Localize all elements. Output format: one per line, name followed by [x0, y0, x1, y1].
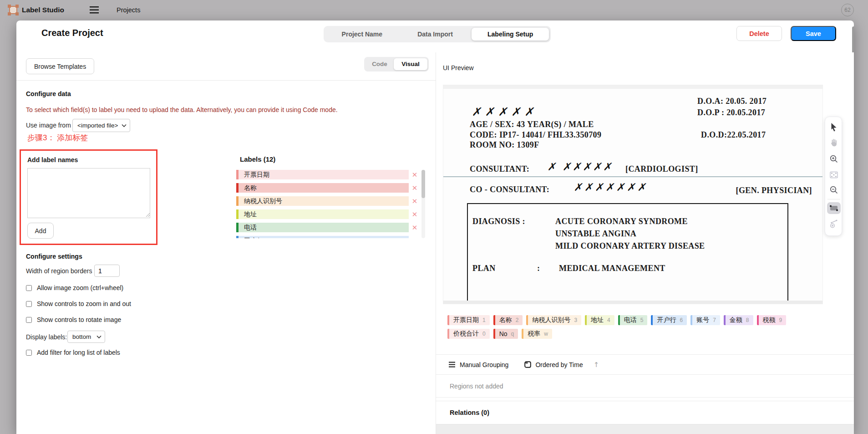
relation-tool-icon[interactable]: [829, 219, 839, 229]
manual-grouping-icon[interactable]: [449, 362, 456, 368]
doc-room: ROOM NO: 1309F: [470, 140, 539, 150]
checkbox-row: Add filter for long list of labels: [26, 349, 120, 356]
doc-co-consultant-title: [GEN. PHYSICIAN]: [736, 186, 812, 195]
co-consultant-name-scribble: ✗✗✗✗✗✗✗: [573, 181, 650, 193]
delete-label-icon[interactable]: ✕: [409, 237, 421, 239]
chip-text: 地址: [591, 316, 604, 324]
relations-heading: Relations (0): [436, 401, 854, 424]
annotation-image-canvas[interactable]: ✗✗✗✗✗ D.O.A: 20.05. 2017 D.O.P : 20.05.2…: [443, 85, 823, 304]
tab-project-name[interactable]: Project Name: [325, 28, 399, 41]
doc-co-consultant-label: CO - CONSULTANT:: [470, 185, 549, 194]
label-chip[interactable]: 纳税人识别号3: [526, 315, 581, 325]
label-row: 电话 ✕: [236, 223, 428, 232]
delete-label-icon[interactable]: ✕: [409, 184, 421, 192]
chip-hotkey: w: [544, 331, 548, 337]
nav-projects[interactable]: Projects: [117, 6, 140, 14]
label-item[interactable]: 电话: [236, 223, 409, 232]
display-labels-select[interactable]: bottom: [67, 331, 105, 343]
hamburger-menu-icon[interactable]: [90, 6, 100, 14]
image-source-select[interactable]: <imported file>: [72, 119, 130, 132]
label-item[interactable]: 名称: [236, 183, 409, 193]
tab-data-import[interactable]: Data Import: [399, 28, 472, 41]
doc-doa: D.O.A: 20.05. 2017: [697, 97, 766, 106]
delete-label-icon[interactable]: ✕: [409, 224, 421, 232]
allow-zoom-checkbox[interactable]: [26, 285, 32, 291]
notification-count-badge[interactable]: 62: [841, 4, 854, 16]
label-chip[interactable]: 电话5: [618, 315, 648, 325]
delete-label-icon[interactable]: ✕: [409, 210, 421, 219]
doc-consultant-title: [CARDIOLOGIST]: [625, 164, 698, 174]
chip-text: 电话: [624, 316, 637, 324]
label-chip[interactable]: 金额8: [724, 315, 753, 325]
diagnosis-label: DIAGNOSIS :: [472, 217, 525, 226]
delete-button[interactable]: Delete: [736, 26, 782, 41]
add-labels-highlight-box: Add label names Add: [20, 149, 157, 245]
doc-code: CODE: IP17- 14041/ FHL33.350709: [470, 130, 601, 140]
plan-value: MEDICAL MANAGEMENT: [559, 264, 665, 273]
label-chip[interactable]: 价税合计0: [447, 329, 490, 339]
label-palette-row-1: 开票日期1 名称2 纳税人识别号3 地址4 电话5 开户行6 账号7 金额8 税…: [447, 315, 786, 325]
page-title: Create Project: [41, 28, 103, 38]
label-chip[interactable]: 名称2: [493, 315, 523, 325]
doc-dod: D.O.D:22.05.2017: [701, 130, 766, 140]
pan-tool-icon[interactable]: [829, 138, 839, 148]
label-filter-checkbox[interactable]: [26, 350, 32, 356]
label-chip[interactable]: 开户行6: [651, 315, 687, 325]
label-item[interactable]: 地址: [236, 209, 409, 219]
chip-hotkey: q: [511, 331, 514, 337]
sort-ascending-icon[interactable]: ↑: [594, 361, 599, 369]
delete-label-icon[interactable]: ✕: [409, 171, 421, 179]
zoom-out-tool-icon[interactable]: [829, 185, 839, 195]
chip-hotkey: 2: [516, 317, 519, 323]
region-border-width-input[interactable]: [94, 265, 120, 277]
create-project-modal: Create Project Project Name Data Import …: [16, 20, 854, 434]
label-item[interactable]: 纳税人识别号: [236, 196, 409, 206]
label-row: 开票日期 ✕: [236, 170, 428, 179]
rotate-controls-checkbox[interactable]: [26, 317, 32, 323]
labeling-config-panel: Browse Templates Code Visual Configure d…: [16, 52, 436, 434]
display-labels-label: Display labels:: [26, 333, 67, 341]
label-chip[interactable]: 开票日期1: [447, 315, 490, 325]
label-chip[interactable]: 账号7: [690, 315, 720, 325]
chip-hotkey: 7: [713, 317, 716, 323]
labels-scrollbar[interactable]: [421, 170, 425, 238]
regions-empty-state: Regions not added: [436, 374, 854, 398]
chip-text: 价税合计: [453, 330, 479, 338]
chip-hotkey: 4: [607, 317, 610, 323]
chip-hotkey: 0: [482, 331, 486, 337]
toolbar-divider: [827, 199, 840, 199]
chip-text: 金额: [730, 316, 742, 324]
manual-grouping-button[interactable]: Manual Grouping: [460, 361, 508, 368]
label-item[interactable]: 开票日期: [236, 170, 409, 179]
label-names-textarea[interactable]: [27, 168, 150, 218]
label-chip[interactable]: Noq: [493, 329, 518, 339]
move-tool-icon[interactable]: [829, 122, 839, 132]
chip-text: 税率: [528, 330, 540, 338]
label-item[interactable]: 开户行: [236, 236, 409, 238]
label-filter-label: Add filter for long list of labels: [37, 349, 120, 356]
zoom-in-tool-icon[interactable]: [829, 154, 839, 164]
zoom-controls-checkbox[interactable]: [26, 301, 32, 307]
divider: [16, 80, 436, 81]
label-chip[interactable]: 税率w: [522, 329, 552, 339]
regions-toolbar: Manual Grouping Ordered by Time ↑: [436, 354, 854, 374]
fit-window-tool-icon[interactable]: [829, 170, 839, 180]
save-button[interactable]: Save: [791, 26, 836, 41]
ordered-by-time-icon[interactable]: [524, 361, 531, 368]
chip-hotkey: 8: [746, 317, 749, 323]
plan-colon: :: [537, 264, 540, 273]
label-chip[interactable]: 税额9: [757, 315, 787, 325]
ordered-by-time-button[interactable]: Ordered by Time: [535, 361, 583, 368]
label-chip[interactable]: 地址4: [585, 315, 614, 325]
toggle-visual[interactable]: Visual: [394, 58, 427, 70]
rectangle-tool-icon[interactable]: [829, 203, 839, 213]
browse-templates-button[interactable]: Browse Templates: [26, 58, 94, 74]
toggle-code[interactable]: Code: [365, 58, 394, 70]
tab-labeling-setup[interactable]: Labeling Setup: [472, 28, 549, 41]
delete-label-icon[interactable]: ✕: [409, 197, 421, 205]
doc-consultant-label: CONSULTANT:: [470, 164, 529, 174]
top-bar: Label Studio Projects 62: [0, 0, 868, 20]
add-label-button[interactable]: Add: [27, 223, 54, 239]
zoom-controls-label: Show controls to zoom in and out: [37, 300, 131, 307]
consultant-name-scribble: ✗ ✗✗✗✗✗: [547, 161, 615, 173]
